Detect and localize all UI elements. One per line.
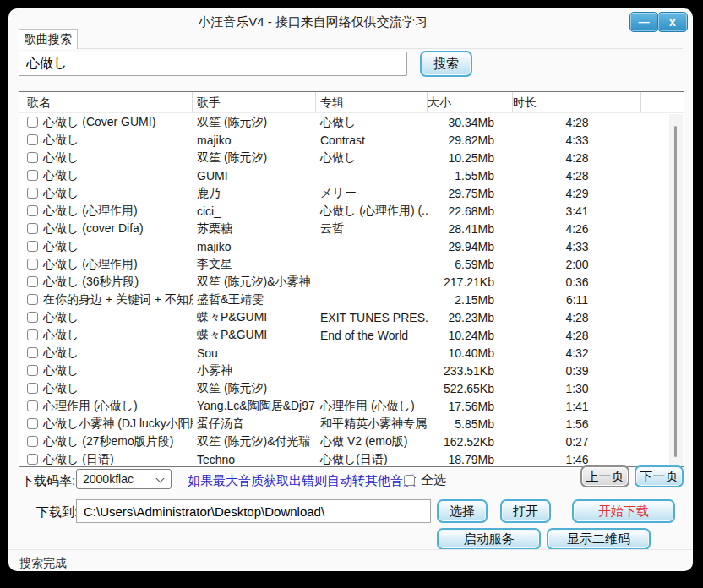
row-checkbox[interactable] xyxy=(27,454,38,465)
column-header-2[interactable]: 专辑 xyxy=(316,92,428,112)
duration: 4:28 xyxy=(513,308,641,326)
song-name: 心做し小雾神 (DJ lucky小阳版) xyxy=(43,416,193,432)
table-row[interactable]: 心做し蝶々P&GUMIEnd of the World10.24Mb4:28 xyxy=(19,326,670,344)
search-button[interactable]: 搜索 xyxy=(420,51,472,77)
table-row[interactable]: 心做し (27秒emo版片段)双笙 (陈元汐)&付光瑞心做 V2 (emo版)1… xyxy=(19,433,670,450)
chevron-down-icon xyxy=(156,475,165,483)
row-checkbox[interactable] xyxy=(27,294,38,305)
table-row[interactable]: 心做し小雾神233.51Kb0:39 xyxy=(19,362,670,379)
song-name: 在你的身边 + 关键词 + 不知所... xyxy=(43,292,193,308)
row-checkbox[interactable] xyxy=(27,188,38,199)
table-row[interactable]: 心做し (心理作用)李文星6.59Mb2:00 xyxy=(19,255,670,273)
table-row[interactable]: 心理作用 (心做し)Yang.Lc&陶陶居&Dj97心理作用 (心做し)17.5… xyxy=(19,397,670,415)
table-row[interactable]: 心做し双笙 (陈元汐)心做し10.25Mb4:28 xyxy=(19,149,670,166)
artist: 苏栗糖 xyxy=(193,220,316,237)
row-checkbox[interactable] xyxy=(27,134,38,145)
open-button[interactable]: 打开 xyxy=(500,499,551,523)
prev-page-button[interactable]: 上一页 xyxy=(580,466,629,487)
row-checkbox[interactable] xyxy=(27,205,38,216)
table-row[interactable]: 心做し (日语)Techno心做し(日语)18.79Mb1:46 xyxy=(19,450,670,467)
song-name: 心做し xyxy=(43,186,79,201)
start-download-button[interactable]: 开始下载 xyxy=(572,499,675,523)
album xyxy=(316,362,428,379)
album: 和平精英小雾神专属... xyxy=(316,415,428,433)
column-header-3[interactable]: 大小 xyxy=(428,92,513,112)
duration: 4:28 xyxy=(513,166,641,184)
artist: 蝶々P&GUMI xyxy=(193,326,316,344)
size: 10.24Mb xyxy=(428,326,513,344)
row-checkbox[interactable] xyxy=(27,329,38,340)
album: EXIT TUNES PRES... xyxy=(316,308,428,326)
row-checkbox[interactable] xyxy=(27,241,38,252)
artist: Techno xyxy=(193,450,316,467)
table-row[interactable]: 心做しmajiko29.94Mb4:33 xyxy=(19,237,670,255)
row-checkbox[interactable] xyxy=(27,436,38,447)
table-row[interactable]: 在你的身边 + 关键词 + 不知所...盛哲&王靖雯2.15Mb6:11 xyxy=(19,291,670,308)
table-row[interactable]: 心做し (36秒片段)双笙 (陈元汐)&小雾神217.21Kb0:36 xyxy=(19,273,670,291)
close-button[interactable]: x xyxy=(657,12,688,32)
select-all-checkbox[interactable] xyxy=(404,475,415,486)
row-checkbox[interactable] xyxy=(27,170,38,181)
artist: 鹿乃 xyxy=(193,184,316,202)
table-row[interactable]: 心做しSou10.40Mb4:32 xyxy=(19,344,670,362)
duration: 4:32 xyxy=(513,344,641,362)
table-row[interactable]: 心做し蝶々P&GUMIEXIT TUNES PRES...29.23Mb4:28 xyxy=(19,308,670,326)
choose-button[interactable]: 选择 xyxy=(437,499,488,523)
song-name: 心理作用 (心做し) xyxy=(43,399,138,414)
table-row[interactable]: 心做しmajikoContrast29.82Mb4:33 xyxy=(19,131,670,149)
duration: 2:00 xyxy=(513,255,641,273)
row-checkbox[interactable] xyxy=(27,347,38,358)
duration: 4:28 xyxy=(513,149,641,166)
row-checkbox[interactable] xyxy=(27,152,38,163)
select-all[interactable]: 全选 xyxy=(404,472,446,488)
table-scrollbar[interactable] xyxy=(669,114,683,466)
row-checkbox[interactable] xyxy=(27,276,38,287)
row-checkbox[interactable] xyxy=(27,365,38,376)
column-header-1[interactable]: 歌手 xyxy=(193,92,316,112)
artist: 双笙 (陈元汐) xyxy=(193,379,316,397)
duration: 1:46 xyxy=(513,450,641,467)
show-qrcode-button[interactable]: 显示二维码 xyxy=(547,528,651,550)
song-name: 心做し (心理作用) xyxy=(43,257,138,272)
row-checkbox[interactable] xyxy=(27,223,38,234)
bitrate-select[interactable]: 2000kflac xyxy=(76,469,172,489)
minimize-button[interactable]: — xyxy=(629,12,658,32)
column-header-0[interactable]: 歌名 xyxy=(19,92,193,112)
album: メリー xyxy=(316,184,428,202)
table-row[interactable]: 心做し小雾神 (DJ lucky小阳版)蛋仔汤音和平精英小雾神专属...5.85… xyxy=(19,415,670,433)
start-service-button[interactable]: 启动服务 xyxy=(437,528,541,550)
row-checkbox[interactable] xyxy=(27,259,38,270)
table-row[interactable]: 心做し鹿乃メリー29.75Mb4:29 xyxy=(19,184,670,202)
row-checkbox[interactable] xyxy=(27,117,38,128)
row-checkbox[interactable] xyxy=(27,418,38,429)
column-header-4[interactable]: 时长 xyxy=(513,92,641,112)
artist: 李文星 xyxy=(193,255,316,273)
duration: 6:11 xyxy=(513,291,641,308)
scrollbar-thumb[interactable] xyxy=(674,126,677,457)
artist: 蝶々P&GUMI xyxy=(193,308,316,326)
duration: 0:39 xyxy=(513,362,641,379)
bitrate-value: 2000kflac xyxy=(83,472,134,486)
download-to-label: 下载到: xyxy=(36,504,78,520)
table-row[interactable]: 心做し (cover Difa)苏栗糖云哲28.41Mb4:26 xyxy=(19,220,670,237)
row-checkbox[interactable] xyxy=(27,400,38,411)
size: 22.68Mb xyxy=(428,202,513,220)
size: 29.94Mb xyxy=(428,237,513,255)
search-input[interactable] xyxy=(19,52,407,76)
table-row[interactable]: 心做し (心理作用)cici_心做し (心理作用) (...22.68Mb3:4… xyxy=(19,202,670,220)
tab-song-search[interactable]: 歌曲搜索 xyxy=(19,29,78,49)
artist: Sou xyxy=(193,344,316,362)
table-row[interactable]: 心做しGUMI1.55Mb4:28 xyxy=(19,166,670,184)
row-checkbox[interactable] xyxy=(27,383,38,394)
song-name: 心做し xyxy=(43,346,79,361)
duration: 0:36 xyxy=(513,273,641,291)
row-checkbox[interactable] xyxy=(27,312,38,323)
album: 心做し(日语) xyxy=(316,450,428,467)
table-row[interactable]: 心做し (Cover GUMI)双笙 (陈元汐)心做し30.34Mb4:28 xyxy=(19,113,670,131)
album: 云哲 xyxy=(316,220,428,237)
song-name: 心做し (27秒emo版片段) xyxy=(43,434,173,449)
size: 29.23Mb xyxy=(428,308,513,326)
table-row[interactable]: 心做し双笙 (陈元汐)522.65Kb1:30 xyxy=(19,379,670,397)
download-path-input[interactable] xyxy=(76,499,431,523)
next-page-button[interactable]: 下一页 xyxy=(635,466,684,487)
